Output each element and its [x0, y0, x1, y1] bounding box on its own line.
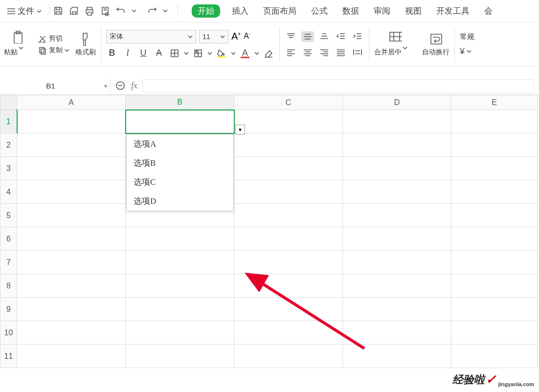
cell-C6[interactable] [234, 227, 343, 251]
name-box[interactable]: ▾ [0, 77, 111, 94]
fill-color-button[interactable] [216, 47, 227, 59]
cell-D2[interactable] [343, 133, 451, 157]
cell-B1[interactable] [126, 110, 234, 133]
save-icon[interactable] [53, 6, 64, 17]
row-header-6[interactable]: 6 [0, 227, 17, 251]
decrease-font-button[interactable]: A- [244, 32, 250, 41]
cut-button[interactable]: 剪切 [38, 34, 69, 43]
chevron-down-icon[interactable] [231, 49, 235, 58]
tab-devtool[interactable]: 开发工具 [433, 3, 472, 19]
wrap-text-button[interactable]: 自动换行 [422, 32, 449, 57]
distribute-button[interactable] [351, 47, 364, 58]
chevron-down-icon[interactable] [255, 49, 259, 58]
chevron-down-icon[interactable] [208, 49, 212, 58]
cell-D7[interactable] [343, 251, 451, 274]
number-format-label[interactable]: 常规 [460, 32, 474, 42]
file-menu-button[interactable]: 文件 [4, 3, 45, 19]
align-center-button[interactable] [301, 47, 314, 58]
chevron-down-icon[interactable] [184, 49, 188, 58]
strikethrough-button[interactable]: A [153, 47, 165, 59]
cell-B10[interactable] [126, 321, 234, 345]
increase-indent-button[interactable] [351, 31, 364, 42]
cell-E5[interactable] [451, 204, 538, 227]
cell-D1[interactable] [343, 110, 451, 133]
cell-D5[interactable] [343, 204, 451, 227]
cell-E2[interactable] [451, 133, 538, 157]
cell-A7[interactable] [17, 251, 126, 274]
save-as-icon[interactable] [69, 6, 80, 17]
tab-formula[interactable]: 公式 [308, 3, 331, 19]
col-header-E[interactable]: E [451, 95, 538, 110]
row-header-11[interactable]: 11 [0, 345, 17, 368]
cell-A1[interactable] [17, 110, 126, 133]
cell-E3[interactable] [451, 157, 538, 180]
cell-style-button[interactable] [192, 47, 204, 59]
cell-C1[interactable] [234, 110, 343, 133]
row-header-1[interactable]: 1 [0, 110, 17, 133]
dropdown-option[interactable]: 选项B [127, 153, 233, 173]
cell-E7[interactable] [451, 251, 538, 274]
row-header-9[interactable]: 9 [0, 298, 17, 321]
cell-C11[interactable] [234, 345, 343, 368]
dropdown-option[interactable]: 选项D [127, 192, 233, 211]
formula-input[interactable] [142, 79, 534, 93]
row-header-4[interactable]: 4 [0, 180, 17, 204]
tab-view[interactable]: 视图 [402, 3, 425, 19]
align-bottom-button[interactable] [318, 31, 331, 42]
cell-A2[interactable] [17, 133, 126, 157]
col-header-D[interactable]: D [343, 95, 451, 110]
cell-A5[interactable] [17, 204, 126, 227]
tab-start[interactable]: 开始 [192, 4, 220, 18]
cell-B6[interactable] [126, 227, 234, 251]
dropdown-option[interactable]: 选项C [127, 173, 233, 192]
cell-E9[interactable] [451, 298, 538, 321]
font-name-select[interactable]: 宋体 [106, 30, 196, 44]
cell-A10[interactable] [17, 321, 126, 345]
print-icon[interactable] [85, 6, 95, 17]
cell-E10[interactable] [451, 321, 538, 345]
bold-button[interactable]: B [106, 47, 118, 59]
cell-C4[interactable] [234, 180, 343, 204]
row-header-10[interactable]: 10 [0, 321, 17, 345]
fx-icon[interactable]: fx [131, 81, 137, 91]
cell-A9[interactable] [17, 298, 126, 321]
col-header-A[interactable]: A [17, 95, 126, 110]
align-middle-button[interactable] [301, 31, 314, 42]
select-all-corner[interactable] [0, 95, 17, 110]
increase-font-button[interactable]: A+ [231, 31, 241, 42]
align-right-button[interactable] [318, 47, 331, 58]
name-box-input[interactable] [0, 77, 101, 94]
paste-button[interactable]: 粘贴 [4, 30, 32, 59]
cell-A6[interactable] [17, 227, 126, 251]
merge-center-button[interactable]: 合并居中 [374, 30, 416, 59]
font-size-select[interactable]: 11 [199, 30, 228, 44]
border-button[interactable] [169, 47, 180, 59]
cell-D9[interactable] [343, 298, 451, 321]
redo-dropdown-icon[interactable] [163, 6, 174, 17]
redo-icon[interactable] [147, 6, 158, 17]
cell-B8[interactable] [126, 274, 234, 298]
cell-D4[interactable] [343, 180, 451, 204]
cell-C3[interactable] [234, 157, 343, 180]
align-justify-button[interactable] [335, 47, 347, 58]
cell-A3[interactable] [17, 157, 126, 180]
row-header-8[interactable]: 8 [0, 274, 17, 298]
cell-A11[interactable] [17, 345, 126, 368]
cell-E4[interactable] [451, 180, 538, 204]
cell-D6[interactable] [343, 227, 451, 251]
cell-D8[interactable] [343, 274, 451, 298]
row-header-5[interactable]: 5 [0, 204, 17, 227]
cell-dropdown-button[interactable]: ▼ [235, 125, 245, 134]
col-header-C[interactable]: C [234, 95, 343, 110]
cell-B7[interactable] [126, 251, 234, 274]
cell-C2[interactable] [234, 133, 343, 157]
italic-button[interactable]: I [122, 47, 134, 59]
undo-dropdown-icon[interactable] [132, 6, 142, 17]
tab-data[interactable]: 数据 [339, 3, 362, 19]
dropdown-option[interactable]: 选项A [127, 134, 233, 153]
cell-A8[interactable] [17, 274, 126, 298]
cell-E1[interactable] [451, 110, 538, 133]
cell-C8[interactable] [234, 274, 343, 298]
align-left-button[interactable] [285, 47, 297, 58]
row-header-7[interactable]: 7 [0, 251, 17, 274]
